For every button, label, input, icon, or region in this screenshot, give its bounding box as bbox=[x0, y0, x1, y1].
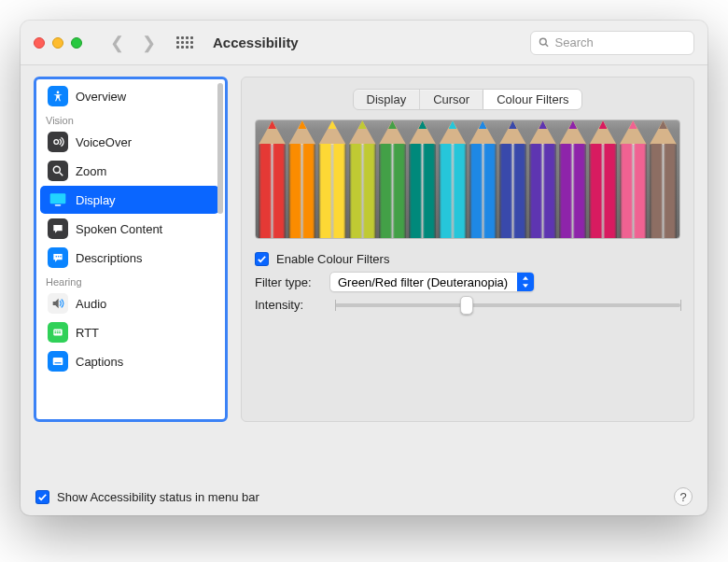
sidebar-scrollbar[interactable] bbox=[217, 83, 223, 415]
voiceover-icon bbox=[48, 132, 68, 152]
enable-colour-filters-checkbox[interactable] bbox=[255, 252, 269, 266]
intensity-row: Intensity: bbox=[255, 298, 680, 312]
sidebar-item-captions[interactable]: Captions bbox=[40, 347, 219, 375]
svg-line-1 bbox=[545, 44, 548, 47]
pencil bbox=[349, 120, 376, 238]
svg-rect-17 bbox=[59, 332, 61, 333]
search-icon bbox=[539, 36, 550, 49]
sidebar-item-label: VoiceOver bbox=[76, 135, 132, 149]
svg-rect-7 bbox=[55, 204, 62, 206]
svg-rect-13 bbox=[57, 330, 59, 331]
tab-colour-filters[interactable]: Colour Filters bbox=[483, 90, 581, 109]
sidebar-item-voiceover[interactable]: VoiceOver bbox=[40, 128, 219, 156]
pencil bbox=[499, 120, 526, 238]
sidebar-item-rtt[interactable]: RTT bbox=[40, 318, 219, 346]
descriptions-icon bbox=[48, 247, 68, 268]
pencil bbox=[318, 120, 345, 238]
menubar-status-checkbox[interactable] bbox=[35, 490, 49, 504]
svg-marker-20 bbox=[523, 276, 528, 280]
svg-point-4 bbox=[53, 166, 60, 173]
pencil bbox=[379, 120, 406, 238]
sidebar-item-zoom[interactable]: Zoom bbox=[40, 157, 219, 185]
spoken-content-icon bbox=[48, 218, 68, 239]
filter-type-row: Filter type: Green/Red filter (Deuterano… bbox=[255, 272, 680, 292]
svg-point-9 bbox=[58, 256, 60, 258]
svg-point-10 bbox=[60, 256, 62, 258]
sidebar-item-label: Captions bbox=[76, 355, 123, 369]
sidebar-item-label: Spoken Content bbox=[76, 222, 162, 236]
pencil bbox=[469, 120, 497, 238]
check-icon bbox=[257, 254, 267, 264]
enable-row: Enable Colour Filters bbox=[255, 252, 680, 266]
sidebar-section-vision: Vision bbox=[38, 111, 225, 127]
sidebar-scroll-thumb[interactable] bbox=[217, 83, 223, 214]
sidebar-section-hearing: Hearing bbox=[38, 273, 225, 288]
svg-rect-14 bbox=[59, 330, 61, 331]
svg-point-3 bbox=[54, 140, 59, 145]
pencil bbox=[620, 120, 647, 238]
svg-rect-18 bbox=[53, 358, 63, 365]
pencil bbox=[409, 120, 436, 238]
sidebar-item-label: Zoom bbox=[76, 164, 106, 178]
accessibility-icon bbox=[48, 86, 68, 106]
window-title: Accessibility bbox=[213, 35, 299, 50]
preferences-window: ❮ ❯ Accessibility Overview Vision bbox=[21, 21, 707, 515]
sidebar-item-label: Overview bbox=[76, 90, 126, 104]
back-button[interactable]: ❮ bbox=[105, 33, 129, 53]
search-field[interactable] bbox=[530, 31, 694, 55]
colour-preview bbox=[255, 119, 680, 239]
sidebar-item-label: RTT bbox=[76, 326, 99, 340]
check-icon bbox=[37, 492, 48, 502]
filter-type-label: Filter type: bbox=[255, 275, 322, 289]
tab-bar: Display Cursor Colour Filters bbox=[353, 89, 583, 110]
menubar-status-label: Show Accessibility status in menu bar bbox=[57, 490, 259, 504]
svg-rect-6 bbox=[50, 193, 66, 204]
svg-point-2 bbox=[57, 91, 60, 94]
captions-icon bbox=[48, 351, 68, 372]
svg-point-8 bbox=[55, 256, 57, 258]
sidebar-item-label: Descriptions bbox=[76, 251, 143, 265]
audio-icon bbox=[48, 293, 68, 314]
intensity-thumb[interactable] bbox=[460, 296, 473, 315]
sidebar-item-audio[interactable]: Audio bbox=[40, 289, 219, 317]
body: Overview Vision VoiceOver Zoom bbox=[21, 65, 707, 480]
pencil bbox=[439, 120, 466, 238]
sidebar-item-display[interactable]: Display bbox=[40, 186, 219, 214]
window-controls bbox=[34, 37, 82, 49]
intensity-label: Intensity: bbox=[255, 298, 322, 312]
tab-display[interactable]: Display bbox=[354, 90, 421, 109]
titlebar: ❮ ❯ Accessibility bbox=[21, 21, 707, 65]
sidebar-item-descriptions[interactable]: Descriptions bbox=[40, 244, 219, 272]
svg-rect-19 bbox=[55, 362, 62, 363]
svg-line-5 bbox=[60, 173, 63, 176]
pencil bbox=[529, 120, 556, 238]
sidebar-item-spoken-content[interactable]: Spoken Content bbox=[40, 215, 219, 243]
pencil bbox=[559, 120, 586, 238]
zoom-icon bbox=[48, 161, 68, 181]
pencil bbox=[259, 120, 286, 238]
tab-cursor[interactable]: Cursor bbox=[420, 90, 483, 109]
svg-rect-12 bbox=[55, 330, 57, 331]
main-panel: Display Cursor Colour Filters Enable Col… bbox=[241, 77, 694, 422]
minimize-window-button[interactable] bbox=[52, 37, 63, 49]
display-icon bbox=[48, 190, 68, 210]
pencil bbox=[650, 120, 677, 238]
sidebar: Overview Vision VoiceOver Zoom bbox=[34, 77, 228, 422]
sidebar-item-label: Display bbox=[76, 193, 116, 207]
select-caret bbox=[517, 273, 534, 291]
filter-type-value: Green/Red filter (Deuteranopia) bbox=[330, 275, 517, 289]
zoom-window-button[interactable] bbox=[71, 37, 82, 49]
forward-button[interactable]: ❯ bbox=[136, 33, 161, 53]
search-input[interactable] bbox=[555, 35, 686, 49]
help-button[interactable]: ? bbox=[674, 487, 693, 506]
close-window-button[interactable] bbox=[34, 37, 45, 49]
intensity-slider[interactable] bbox=[335, 303, 680, 307]
sidebar-item-label: Audio bbox=[76, 297, 106, 311]
filter-type-select[interactable]: Green/Red filter (Deuteranopia) bbox=[329, 272, 535, 292]
pencil bbox=[288, 120, 315, 238]
enable-colour-filters-label: Enable Colour Filters bbox=[276, 252, 389, 266]
svg-rect-15 bbox=[55, 332, 57, 333]
svg-rect-16 bbox=[57, 332, 59, 333]
sidebar-item-overview[interactable]: Overview bbox=[40, 82, 219, 110]
show-all-icon[interactable] bbox=[174, 32, 196, 54]
